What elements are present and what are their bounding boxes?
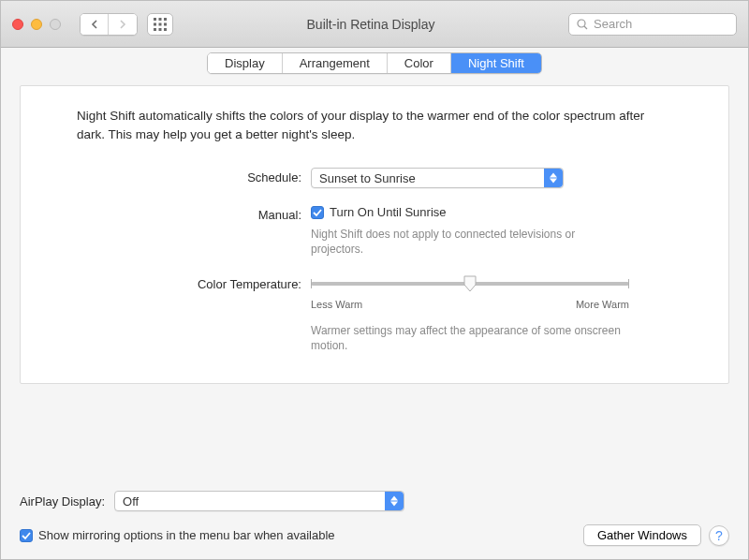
content-area: Display Arrangement Color Night Shift Ni…: [1, 48, 748, 559]
checkmark-icon: [313, 208, 322, 217]
forward-button[interactable]: [109, 14, 137, 35]
slider-label-min: Less Warm: [311, 299, 362, 310]
manual-checkbox-label: Turn On Until Sunrise: [330, 205, 447, 219]
schedule-select[interactable]: Sunset to Sunrise: [311, 168, 564, 188]
window-title: Built-in Retina Display: [183, 17, 559, 32]
airplay-value: Off: [123, 494, 139, 508]
svg-rect-5: [164, 22, 167, 25]
select-arrows-icon: [385, 492, 404, 510]
slider-label-max: More Warm: [576, 299, 629, 310]
grid-icon: [154, 18, 167, 31]
traffic-lights: [12, 19, 61, 30]
chevron-right-icon: [118, 20, 127, 29]
tab-arrangement[interactable]: Arrangement: [283, 53, 388, 73]
nav-buttons: [80, 13, 138, 36]
footer: AirPlay Display: Off Show mirroring opti…: [20, 476, 729, 546]
svg-line-10: [584, 26, 587, 29]
svg-rect-0: [154, 18, 156, 21]
night-shift-panel: Night Shift automatically shifts the col…: [20, 85, 729, 384]
airplay-select[interactable]: Off: [114, 491, 404, 511]
mirror-checkbox[interactable]: [20, 529, 33, 542]
help-button[interactable]: ?: [709, 525, 729, 546]
svg-rect-3: [154, 22, 156, 25]
schedule-value: Sunset to Sunrise: [319, 171, 416, 185]
tabs: Display Arrangement Color Night Shift: [20, 52, 729, 74]
gather-windows-button[interactable]: Gather Windows: [583, 524, 701, 546]
mirror-checkbox-label: Show mirroring options in the menu bar w…: [38, 528, 335, 542]
checkmark-icon: [22, 531, 31, 540]
system-preferences-window: Built-in Retina Display Display Arrangem…: [0, 0, 749, 560]
svg-rect-8: [164, 28, 167, 31]
color-temp-label: Color Temperature:: [77, 274, 301, 291]
search-icon: [577, 19, 588, 30]
slider-thumb[interactable]: [463, 275, 477, 292]
manual-group: Turn On Until Sunrise Night Shift does n…: [311, 205, 629, 257]
svg-rect-7: [159, 28, 162, 31]
search-box[interactable]: [568, 13, 737, 36]
close-button[interactable]: [12, 19, 23, 30]
schedule-label: Schedule:: [77, 168, 301, 184]
show-all-button[interactable]: [147, 13, 173, 36]
tab-display[interactable]: Display: [208, 53, 283, 73]
chevron-left-icon: [90, 20, 99, 29]
airplay-label: AirPlay Display:: [20, 494, 105, 508]
color-temp-slider[interactable]: [311, 274, 629, 293]
svg-point-9: [578, 20, 585, 27]
manual-help-text: Night Shift does not apply to connected …: [311, 227, 629, 257]
svg-rect-6: [154, 28, 156, 31]
minimize-button[interactable]: [31, 19, 42, 30]
color-temp-help: Warmer settings may affect the appearanc…: [311, 323, 629, 353]
maximize-button: [50, 19, 61, 30]
svg-rect-2: [164, 18, 167, 21]
tab-night-shift[interactable]: Night Shift: [451, 53, 541, 73]
color-temp-group: Less Warm More Warm Warmer settings may …: [311, 274, 629, 353]
titlebar: Built-in Retina Display: [1, 1, 748, 48]
manual-checkbox[interactable]: [311, 206, 324, 219]
search-input[interactable]: [594, 17, 728, 31]
svg-rect-1: [159, 18, 162, 21]
tab-color[interactable]: Color: [388, 53, 451, 73]
manual-label: Manual:: [77, 205, 301, 222]
back-button[interactable]: [81, 14, 109, 35]
svg-rect-4: [159, 22, 162, 25]
select-arrows-icon: [544, 169, 563, 187]
slider-thumb-icon: [463, 275, 477, 292]
description-text: Night Shift automatically shifts the col…: [21, 97, 728, 168]
form: Schedule: Sunset to Sunrise Manual: Turn…: [21, 168, 728, 383]
